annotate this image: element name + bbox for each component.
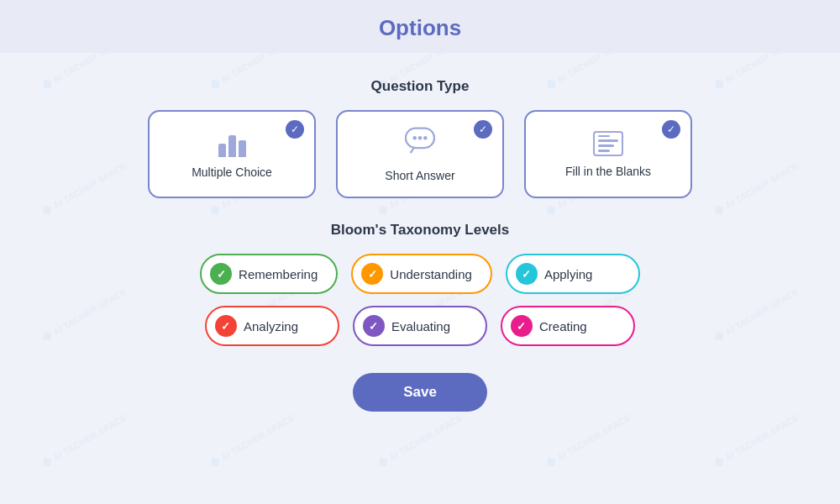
question-type-row: ✓ Multiple Choice ✓	[148, 110, 692, 198]
card-short-answer-label: Short Answer	[385, 169, 454, 182]
svg-point-2	[418, 136, 423, 140]
page-container: Options Question Type ✓ Multiple	[0, 0, 840, 504]
save-button[interactable]: Save	[353, 373, 487, 412]
taxonomy-section: Bloom's Taxonomy Levels ✓ Remembering ✓	[50, 222, 790, 346]
taxonomy-label: Bloom's Taxonomy Levels	[331, 222, 510, 239]
fill-blanks-icon	[593, 131, 623, 156]
check-fill-blanks: ✓	[662, 120, 680, 139]
check-understanding-icon: ✓	[361, 263, 383, 285]
pill-understanding[interactable]: ✓ Understanding	[351, 254, 492, 294]
bar-chart-icon	[218, 130, 246, 157]
pill-understanding-label: Understanding	[390, 267, 472, 281]
taxonomy-grid: ✓ Remembering ✓ Understanding ✓	[200, 254, 640, 346]
pill-evaluating-label: Evaluating	[391, 319, 450, 333]
taxonomy-row-1: ✓ Remembering ✓ Understanding ✓	[200, 254, 640, 294]
pill-applying[interactable]: ✓ Applying	[506, 254, 640, 294]
check-short-answer: ✓	[474, 120, 492, 139]
taxonomy-row-2: ✓ Analyzing ✓ Evaluating ✓	[205, 306, 635, 346]
page-title: Options	[379, 15, 461, 40]
check-multiple-choice: ✓	[286, 120, 304, 139]
pill-applying-label: Applying	[544, 267, 593, 281]
pill-creating[interactable]: ✓ Creating	[501, 306, 635, 346]
chat-icon	[405, 127, 435, 160]
card-short-answer[interactable]: ✓ Short Answer	[336, 110, 504, 198]
check-applying-icon: ✓	[516, 263, 538, 285]
pill-creating-label: Creating	[539, 319, 587, 333]
svg-point-1	[412, 136, 417, 140]
main-content: Question Type ✓ Multiple Choice	[0, 53, 840, 504]
check-remembering-icon: ✓	[210, 263, 232, 285]
card-fill-blanks-label: Fill in the Blanks	[565, 165, 651, 178]
check-analyzing-icon: ✓	[215, 315, 237, 337]
check-evaluating-icon: ✓	[363, 315, 385, 337]
card-multiple-choice[interactable]: ✓ Multiple Choice	[148, 110, 316, 198]
check-creating-icon: ✓	[511, 315, 533, 337]
pill-remembering[interactable]: ✓ Remembering	[200, 254, 338, 294]
question-type-label: Question Type	[371, 78, 470, 95]
pill-analyzing-label: Analyzing	[244, 319, 298, 333]
pill-remembering-label: Remembering	[239, 267, 318, 281]
pill-evaluating[interactable]: ✓ Evaluating	[353, 306, 487, 346]
card-multiple-choice-label: Multiple Choice	[192, 165, 272, 179]
svg-point-3	[423, 136, 428, 140]
page-header: Options	[0, 0, 840, 53]
pill-analyzing[interactable]: ✓ Analyzing	[205, 306, 339, 346]
card-fill-blanks[interactable]: ✓ Fill in the Blanks	[524, 110, 692, 198]
question-type-section: Question Type ✓ Multiple Choice	[50, 78, 790, 198]
